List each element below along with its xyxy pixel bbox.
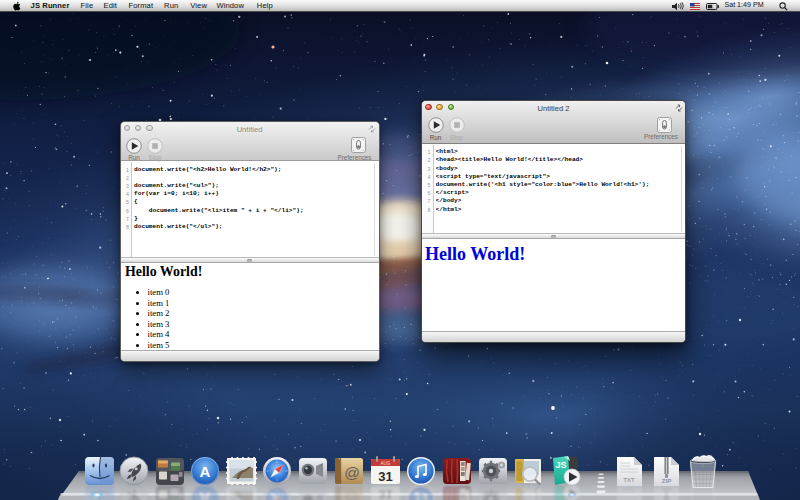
svg-text:ZIP: ZIP	[662, 478, 671, 484]
svg-text:AUG: AUG	[381, 461, 391, 466]
svg-text:A: A	[200, 463, 211, 480]
svg-text:TXT: TXT	[623, 477, 635, 483]
svg-text:31: 31	[378, 469, 392, 484]
svg-text:JS: JS	[555, 460, 566, 470]
svg-text:@: @	[344, 464, 360, 481]
